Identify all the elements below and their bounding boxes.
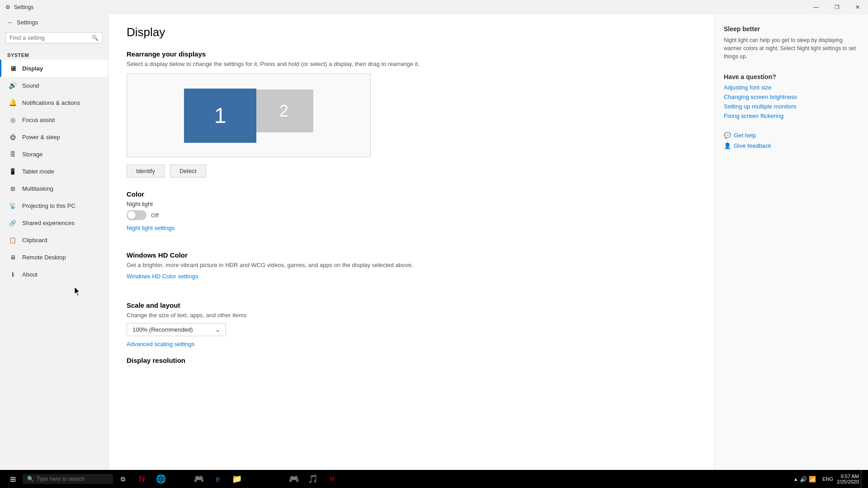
date-display: 2/25/2020 — [837, 479, 859, 484]
scale-dropdown[interactable]: 100% (Recommended) ⌄ — [127, 323, 226, 336]
sidebar-item-label: Display — [22, 65, 43, 72]
close-button[interactable]: ✕ — [847, 0, 868, 14]
setting-up-monitors-link[interactable]: Setting up multiple monitors — [724, 103, 859, 110]
taskbar-volume-icon[interactable]: 🔊 — [800, 476, 807, 483]
sidebar-item-label: Focus assist — [22, 117, 55, 123]
title-bar-icon: ⚙ — [5, 4, 10, 10]
show-desktop-button[interactable] — [861, 470, 864, 488]
taskbar-time[interactable]: 6:57 AM 2/25/2020 — [837, 474, 859, 484]
feedback-icon: 👤 — [724, 142, 731, 149]
hd-color-settings-link[interactable]: Windows HD Color settings — [127, 273, 198, 280]
color-heading: Color — [127, 190, 696, 198]
help-section: 💬 Get help 👤 Give feedback — [724, 132, 859, 149]
hd-color-heading: Windows HD Color — [127, 251, 696, 259]
taskbar-app-chrome[interactable]: 🌐 — [152, 470, 170, 488]
sidebar-item-display[interactable]: 🖥 Display — [0, 60, 108, 77]
sidebar-item-sound[interactable]: 🔊 Sound — [0, 77, 108, 94]
remote-icon: 🖥 — [9, 253, 17, 261]
taskbar-app-games[interactable]: 🎮 — [285, 470, 303, 488]
rearrange-heading: Rearrange your displays — [127, 50, 696, 58]
taskbar-app-steam[interactable]: 🎮 — [190, 470, 208, 488]
sidebar-back-button[interactable]: ← Settings — [0, 14, 108, 30]
title-bar-controls: — ❐ ✕ — [806, 0, 868, 14]
sidebar-item-clipboard[interactable]: 📋 Clipboard — [0, 231, 108, 249]
taskbar-search-icon: 🔍 — [27, 476, 34, 482]
taskbar-search[interactable]: 🔍 — [23, 474, 113, 484]
question-section: Have a question? Adjusting font size Cha… — [724, 73, 859, 119]
taskbar-app-photo[interactable]: 🖼 — [266, 470, 284, 488]
scale-value: 100% (Recommended) — [132, 326, 193, 333]
sleep-better-desc: Night light can help you get to sleep by… — [724, 36, 859, 61]
get-help-label: Get help — [734, 132, 756, 139]
taskbar-app-settings[interactable]: ⚙ — [361, 470, 379, 488]
tablet-icon: 📱 — [9, 167, 17, 175]
storage-icon: 🗄 — [9, 150, 17, 158]
get-help-link[interactable]: 💬 Get help — [724, 132, 859, 139]
sidebar-item-label: Storage — [22, 151, 43, 158]
search-icon: 🔍 — [92, 35, 99, 41]
taskbar: ⊞ 🔍 ⧉ N 🌐 🛍 🎮 e 📁 ✉ 🖼 🎮 🎵 H 🗂 ⚙ ▲ 🔊 📶 EN… — [0, 470, 868, 488]
scale-desc: Change the size of text, apps, and other… — [127, 312, 696, 319]
adjusting-font-size-link[interactable]: Adjusting font size — [724, 84, 859, 91]
notifications-icon: 🔔 — [9, 99, 17, 107]
title-bar: ⚙ Settings — ❐ ✕ — [0, 0, 868, 14]
taskbar-app-store[interactable]: 🛍 — [171, 470, 189, 488]
taskbar-app-files[interactable]: 📁 — [228, 470, 246, 488]
night-light-toggle[interactable] — [127, 210, 146, 220]
taskbar-left: ⊞ 🔍 ⧉ N 🌐 🛍 🎮 e 📁 ✉ 🖼 🎮 🎵 H 🗂 ⚙ — [4, 470, 379, 488]
sidebar-item-power[interactable]: ⏻ Power & sleep — [0, 128, 108, 145]
sidebar-item-label: Multitasking — [22, 185, 53, 192]
taskbar-app-hercules[interactable]: H — [323, 470, 341, 488]
taskbar-app-netflix[interactable]: N — [133, 470, 151, 488]
monitor-2[interactable]: 2 — [255, 89, 313, 132]
rearrange-sub: Select a display below to change the set… — [127, 61, 696, 67]
sidebar-section-label: System — [0, 49, 108, 60]
taskbar-network-icon[interactable]: 📶 — [809, 476, 816, 483]
taskbar-app-music[interactable]: 🎵 — [304, 470, 322, 488]
multitasking-icon: ⊞ — [9, 184, 17, 192]
identify-button[interactable]: Identify — [127, 164, 165, 178]
display-preview-box[interactable]: 1 2 — [127, 74, 371, 157]
sidebar-item-notifications[interactable]: 🔔 Notifications & actions — [0, 94, 108, 111]
changing-brightness-link[interactable]: Changing screen brightness — [724, 94, 859, 100]
detect-button[interactable]: Detect — [170, 164, 206, 178]
sidebar-item-projecting[interactable]: 📡 Projecting to this PC — [0, 197, 108, 214]
resolution-heading: Display resolution — [127, 357, 696, 364]
task-view-button[interactable]: ⧉ — [114, 470, 132, 488]
sidebar-item-label: Projecting to this PC — [22, 202, 75, 209]
sidebar-item-remote[interactable]: 🖥 Remote Desktop — [0, 249, 108, 266]
taskbar-search-input[interactable] — [37, 476, 108, 482]
sidebar-item-about[interactable]: ℹ About — [0, 266, 108, 283]
taskbar-expand-icon[interactable]: ▲ — [793, 477, 798, 482]
hd-color-desc: Get a brighter, more vibrant picture in … — [127, 262, 696, 268]
sidebar-item-tablet[interactable]: 📱 Tablet mode — [0, 163, 108, 180]
taskbar-app-clip[interactable]: 🗂 — [342, 470, 360, 488]
advanced-scaling-link[interactable]: Advanced scaling settings — [127, 341, 194, 347]
night-light-settings-link[interactable]: Night light settings — [127, 225, 175, 231]
fixing-flickering-link[interactable]: Fixing screen flickering — [724, 113, 859, 119]
sidebar-search-box[interactable]: 🔍 — [5, 32, 103, 43]
minimize-button[interactable]: — — [806, 0, 826, 14]
start-button[interactable]: ⊞ — [4, 470, 22, 488]
sidebar-item-multitasking[interactable]: ⊞ Multitasking — [0, 180, 108, 197]
monitor-1[interactable]: 1 — [184, 89, 256, 143]
hd-color-section: Windows HD Color Get a brighter, more vi… — [127, 251, 696, 289]
time-display: 6:57 AM — [837, 474, 859, 479]
taskbar-app-ie[interactable]: e — [209, 470, 227, 488]
get-help-icon: 💬 — [724, 132, 731, 139]
maximize-button[interactable]: ❐ — [826, 0, 847, 14]
clipboard-icon: 📋 — [9, 236, 17, 244]
taskbar-app-mail[interactable]: ✉ — [247, 470, 265, 488]
toggle-row: Off — [127, 210, 696, 220]
give-feedback-link[interactable]: 👤 Give feedback — [724, 142, 859, 149]
display-buttons: Identify Detect — [127, 164, 696, 178]
sidebar-item-shared[interactable]: 🔗 Shared experiences — [0, 214, 108, 231]
title-bar-left: ⚙ Settings — [5, 4, 33, 10]
taskbar-lang[interactable]: ENG — [821, 476, 835, 482]
back-arrow-icon: ← — [7, 19, 13, 26]
sidebar-item-label: Remote Desktop — [22, 254, 66, 261]
power-icon: ⏻ — [9, 133, 17, 141]
sidebar-item-focus[interactable]: ◎ Focus assist — [0, 111, 108, 128]
sidebar-item-storage[interactable]: 🗄 Storage — [0, 145, 108, 163]
sidebar-search-input[interactable] — [9, 34, 92, 41]
